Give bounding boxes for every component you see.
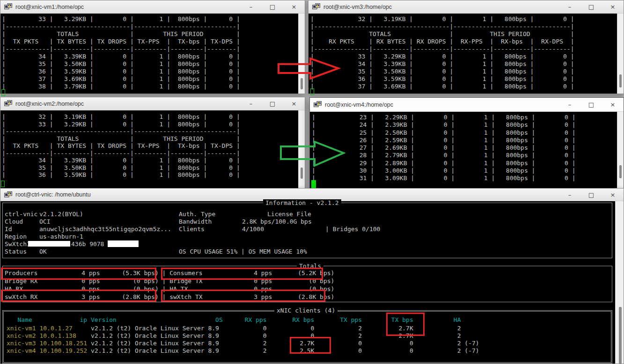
maximize-button[interactable]: □ (580, 98, 602, 111)
close-button[interactable]: × (602, 189, 624, 201)
scrollbar-thumb[interactable] (619, 74, 622, 87)
terminal-output: | 32 | 3.19KB | 0 | 1 | 800bps | 0 | | 3… (2, 113, 240, 179)
window-title: root@xnic-vm4:/home/opc (325, 102, 393, 108)
window-xnic-vm4: root@xnic-vm4:/home/opc – □ × | 23 | 2.2… (309, 97, 624, 189)
client-name-ip: xnic-vm2 10.0.1.138 (7, 332, 91, 339)
terminal-cursor (1, 89, 5, 96)
window-xnic-vm2: root@xnic-vm2:/home/opc – □ × | 32 | 3.1… (0, 97, 305, 189)
table-row-xnic-vm3: xnic-vm3 10.100.18.251 v2.1.2 (t2) Oracl… (7, 340, 479, 347)
info-row-version: ctrl-vnic v2.1.2(BYOL) Auth. Type Licens… (3, 211, 612, 218)
maximize-button[interactable]: □ (580, 0, 602, 13)
window-title: root@ctrl-vnic: /home/ubuntu (15, 191, 91, 198)
information-panel-title: Information - v2.1.2 (263, 199, 341, 206)
scrollbar-thumb[interactable] (301, 167, 303, 179)
titlebar-vm3[interactable]: root@xnic-vm3:/home/opc – □ × (308, 0, 624, 14)
redaction-block (28, 241, 70, 247)
client-name-ip: xnic-vm1 10.0.1.27 (7, 325, 91, 332)
client-name-ip: xnic-vm4 10.100.19.252 (7, 347, 91, 354)
titlebar-vm2[interactable]: root@xnic-vm2:/home/opc – □ × (0, 97, 305, 110)
minimize-button[interactable]: – (559, 0, 580, 13)
annotation-box-producers (1, 268, 156, 280)
info-row-cloud: Cloud OCI Bandwidth 2.8K bps/100.0G bps (3, 218, 612, 225)
os-usage-text: OS CPU USAGE 51% | OS MEM USAGE 10% (179, 248, 307, 255)
status-ok-value: OK (39, 248, 47, 255)
info-value: anuwcljsc3adhhqc3t55ntigqpo2qvm5z... (39, 226, 171, 233)
minimize-button[interactable]: – (240, 97, 262, 110)
info-right-label: Clients (179, 226, 205, 233)
minimize-button[interactable]: – (559, 98, 580, 111)
green-arrow-icon (280, 141, 345, 167)
annotation-box-rx-bps (290, 337, 331, 354)
annotation-box-swxtch-tx (161, 290, 325, 302)
scrollbar[interactable] (617, 14, 624, 94)
terminal-output: | 33 | 3.29KB | 0 | 1 | 800bps | 0 | |--… (2, 15, 240, 90)
info-label: Cloud (5, 218, 23, 225)
maximize-button[interactable]: □ (262, 0, 283, 13)
putty-icon (314, 101, 322, 109)
desktop: root@xnic-vm1:/home/opc – □ × | 33 | 3.2… (0, 0, 624, 364)
putty-icon (4, 191, 12, 199)
putty-icon (312, 3, 320, 11)
info-row-status: Status OK OS CPU USAGE 51% | OS MEM USAG… (3, 248, 612, 255)
info-label: Status (5, 248, 27, 255)
client-stats: v2.1.2 (t2) Oracle Linux Server 8.9 2 2.… (91, 340, 479, 347)
scrollbar-thumb[interactable] (619, 307, 622, 364)
red-arrow-icon (278, 57, 341, 80)
minimize-button[interactable]: – (559, 189, 580, 201)
terminal-cursor (1, 181, 5, 187)
maximize-button[interactable]: □ (580, 189, 602, 201)
info-value-fragment: 436b 9078 (71, 240, 104, 248)
table-row-xnic-vm4: xnic-vm4 10.100.19.252 v2.1.2 (t2) Oracl… (7, 347, 479, 354)
close-button[interactable]: × (283, 0, 305, 13)
info-label: ctrl-vnic (5, 211, 37, 218)
annotation-box-tx-bps (386, 313, 425, 336)
info-label: Id (5, 226, 12, 233)
terminal-cursor (311, 180, 316, 188)
window-title: root@xnic-vm2:/home/opc (15, 101, 84, 107)
scrollbar-thumb[interactable] (619, 165, 622, 178)
info-value: OCI (39, 218, 50, 225)
info-value: us-ashburn-1 (39, 233, 83, 240)
titlebar-vm1[interactable]: root@xnic-vm1:/home/opc – □ × (0, 0, 305, 14)
maximize-button[interactable]: □ (262, 97, 283, 110)
info-row-swxtchid: SwXtchId 436b 9078 (3, 240, 612, 248)
window-title: root@xnic-vm1:/home/opc (15, 4, 84, 10)
info-row-id: Id anuwcljsc3adhhqc3t55ntigqpo2qvm5z... … (3, 226, 612, 233)
information-panel: Information - v2.1.2 ctrl-vnic v2.1.2(BY… (2, 203, 612, 258)
close-button[interactable]: × (602, 0, 624, 13)
close-button[interactable]: × (283, 97, 305, 110)
putty-icon (4, 3, 12, 11)
scrollbar[interactable] (298, 14, 305, 94)
xnic-clients-panel-title: xNIC clients (4) (274, 307, 338, 314)
window-xnic-vm3: root@xnic-vm3:/home/opc – □ × | 32 | 3.1… (308, 0, 624, 94)
info-right-value: 4/1000 (242, 226, 264, 233)
annotation-box-consumers (161, 268, 323, 280)
window-xnic-vm1: root@xnic-vm1:/home/opc – □ × | 33 | 3.2… (0, 0, 305, 94)
info-right-value: License File (267, 211, 311, 218)
info-value: v2.1.2(BYOL) (39, 211, 83, 218)
terminal-output: | 32 | 3.19KB | 0 | 1 | 800bps | 0 | |--… (310, 15, 574, 90)
info-right-label: Bandwidth (179, 218, 212, 225)
client-stats: v2.1.2 (t2) Oracle Linux Server 8.9 2 2.… (91, 347, 479, 354)
minimize-button[interactable]: – (240, 0, 262, 13)
info-right-label: Auth. Type (179, 211, 215, 218)
titlebar-vm4[interactable]: root@xnic-vm4:/home/opc – □ × (310, 98, 624, 112)
terminal-output: | 23 | 2.29KB | 0 | 1 | 800bps | 0 | | 2… (312, 114, 576, 182)
window-title: root@xnic-vm3:/home/opc (323, 4, 392, 10)
terminal-cursor (310, 88, 314, 95)
info-row-region: Region us-ashburn-1 (3, 233, 612, 240)
redaction-block (108, 240, 139, 247)
putty-icon (4, 100, 12, 108)
annotation-box-swxtch-rx (1, 290, 156, 302)
info-bridges: | Bridges 0/100 (325, 226, 380, 233)
close-button[interactable]: × (602, 98, 624, 111)
info-right-value: 2.8K bps/100.0G bps (242, 218, 312, 225)
info-label: Region (5, 233, 27, 240)
client-name-ip: xnic-vm3 10.100.18.251 (7, 340, 91, 347)
scrollbar[interactable] (615, 201, 624, 364)
scrollbar[interactable] (617, 112, 624, 188)
